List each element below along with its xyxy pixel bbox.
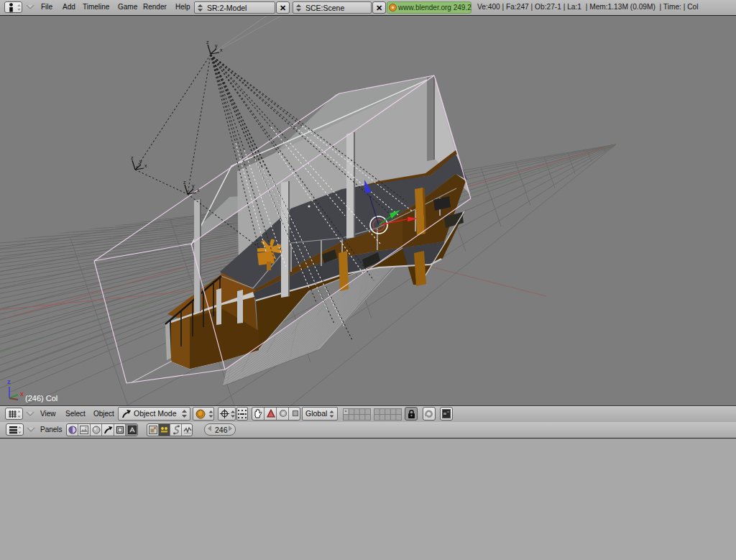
svg-text:z: z (183, 180, 186, 185)
svg-text:x: x (220, 47, 223, 52)
svg-text:y: y (215, 43, 218, 49)
svg-text:z: z (7, 378, 11, 385)
svg-text:z: z (131, 155, 134, 160)
svg-text:y: y (139, 159, 142, 165)
svg-text:x: x (144, 163, 147, 168)
svg-text:(246) Col: (246) Col (25, 394, 58, 403)
svg-text:x: x (197, 188, 200, 193)
svg-text:x: x (20, 390, 24, 398)
svg-text:y: y (192, 183, 195, 189)
svg-text:z: z (206, 40, 209, 45)
